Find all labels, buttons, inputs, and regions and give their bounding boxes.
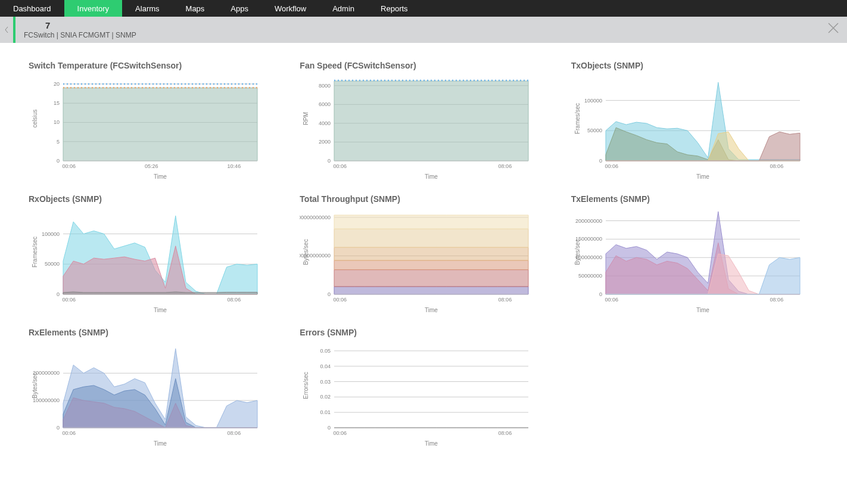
svg-text:08:06: 08:06 xyxy=(499,430,512,436)
svg-text:Time: Time xyxy=(425,173,438,180)
chart-svg: 00.010.020.030.040.0500:0608:06Errors/se… xyxy=(300,341,532,448)
svg-text:08:06: 08:06 xyxy=(770,297,783,303)
chart-rx-objects: RxObjects (SNMP)05000010000000:0608:06Fr… xyxy=(29,194,276,315)
svg-text:15: 15 xyxy=(54,100,60,106)
chart-title-throughput: Total Throughput (SNMP) xyxy=(300,194,547,204)
svg-text:0.03: 0.03 xyxy=(320,379,331,385)
svg-text:08:06: 08:06 xyxy=(228,430,241,436)
svg-text:10: 10 xyxy=(54,119,60,125)
svg-text:50000: 50000 xyxy=(587,127,602,133)
series-temp xyxy=(63,88,257,161)
svg-text:RPM: RPM xyxy=(303,112,309,125)
svg-text:1000000000000: 1000000000000 xyxy=(300,214,331,220)
svg-text:00:06: 00:06 xyxy=(605,297,618,303)
breadcrumb-path: FCSwitch | SNIA FCMGMT | SNMP xyxy=(24,31,136,39)
series-s3 xyxy=(63,292,257,294)
chart-errors: Errors (SNMP)00.010.020.030.040.0500:060… xyxy=(300,328,547,448)
series-l4 xyxy=(334,247,528,260)
svg-text:Time: Time xyxy=(154,173,167,180)
svg-text:0: 0 xyxy=(599,291,602,297)
svg-text:Bytes/sec: Bytes/sec xyxy=(574,239,581,265)
svg-text:05:26: 05:26 xyxy=(145,163,158,169)
breadcrumb-count: 7 xyxy=(24,21,136,31)
nav-reports[interactable]: Reports xyxy=(368,0,421,17)
svg-text:Bytes/sec: Bytes/sec xyxy=(32,372,38,398)
svg-text:Time: Time xyxy=(154,440,167,447)
svg-text:2000: 2000 xyxy=(319,139,331,145)
chart-title-tx-objects: TxObjects (SNMP) xyxy=(571,61,818,70)
svg-text:0: 0 xyxy=(599,158,602,164)
series-l2 xyxy=(334,270,528,287)
nav-admin[interactable]: Admin xyxy=(319,0,368,17)
nav-apps[interactable]: Apps xyxy=(217,0,261,17)
svg-text:00:06: 00:06 xyxy=(334,430,347,436)
series-rpm xyxy=(334,81,528,161)
svg-text:00:06: 00:06 xyxy=(605,163,618,169)
chart-svg: 05000000010000000015000000020000000000:0… xyxy=(571,207,804,315)
svg-text:50000: 50000 xyxy=(45,261,60,267)
svg-text:0: 0 xyxy=(57,158,60,164)
chart-throughput: Total Throughput (SNMP)05000000000001000… xyxy=(300,194,547,315)
svg-text:0.02: 0.02 xyxy=(320,394,331,400)
chart-title-tx-elements: TxElements (SNMP) xyxy=(571,194,818,204)
chart-rx-elements: RxElements (SNMP)010000000020000000000:0… xyxy=(29,328,276,448)
svg-text:0: 0 xyxy=(57,425,60,431)
svg-text:8000: 8000 xyxy=(319,83,331,89)
nav-maps[interactable]: Maps xyxy=(173,0,218,17)
chart-title-rx-elements: RxElements (SNMP) xyxy=(29,328,276,337)
svg-text:4000: 4000 xyxy=(319,120,331,126)
svg-text:00:06: 00:06 xyxy=(63,163,76,169)
svg-text:20: 20 xyxy=(54,81,60,87)
svg-text:6000: 6000 xyxy=(319,101,331,107)
nav-dashboard[interactable]: Dashboard xyxy=(0,0,64,17)
chart-svg: 010000000020000000000:0608:06Bytes/secTi… xyxy=(29,341,261,448)
nav-workflow[interactable]: Workflow xyxy=(261,0,319,17)
svg-text:00:06: 00:06 xyxy=(63,430,76,436)
svg-text:0.05: 0.05 xyxy=(320,348,331,354)
series-l3 xyxy=(334,260,528,269)
chart-tx-elements: TxElements (SNMP)05000000010000000015000… xyxy=(571,194,818,315)
svg-text:Bytes/sec: Bytes/sec xyxy=(303,239,309,265)
svg-text:0: 0 xyxy=(328,158,331,164)
svg-text:100000: 100000 xyxy=(42,231,60,237)
chart-grid: Switch Temperature (FCSwitchSensor)05101… xyxy=(0,43,847,460)
svg-text:0.01: 0.01 xyxy=(320,409,331,415)
chart-switch-temp: Switch Temperature (FCSwitchSensor)05101… xyxy=(29,61,276,181)
svg-text:Time: Time xyxy=(425,307,438,313)
chart-svg: 05000010000000:0608:06Frames/secTime xyxy=(571,74,804,181)
nav-alarms[interactable]: Alarms xyxy=(122,0,172,17)
series-l6 xyxy=(334,215,528,229)
svg-text:10:46: 10:46 xyxy=(228,163,241,169)
svg-text:5: 5 xyxy=(57,139,60,145)
svg-text:0: 0 xyxy=(328,425,331,431)
chart-svg: 05000010000000:0608:06Frames/secTime xyxy=(29,207,261,315)
chart-title-errors: Errors (SNMP) xyxy=(300,328,547,337)
chart-title-fan-speed: Fan Speed (FCSwitchSensor) xyxy=(300,61,547,70)
svg-text:08:06: 08:06 xyxy=(499,297,512,303)
collapse-handle[interactable] xyxy=(0,27,13,33)
chart-fan-speed: Fan Speed (FCSwitchSensor)02000400060008… xyxy=(300,61,547,181)
svg-text:08:06: 08:06 xyxy=(499,163,512,169)
chart-svg: 0200040006000800000:0608:06RPMTime xyxy=(300,74,532,181)
svg-text:08:06: 08:06 xyxy=(228,297,241,303)
svg-text:08:06: 08:06 xyxy=(770,163,783,169)
nav-inventory[interactable]: Inventory xyxy=(64,0,122,17)
svg-text:00:06: 00:06 xyxy=(334,297,347,303)
series-l5 xyxy=(334,229,528,247)
svg-text:100000: 100000 xyxy=(584,98,602,104)
svg-text:0.04: 0.04 xyxy=(320,363,331,369)
chart-title-rx-objects: RxObjects (SNMP) xyxy=(29,194,276,204)
breadcrumb-bar: 7 FCSwitch | SNIA FCMGMT | SNMP xyxy=(0,17,847,43)
svg-text:50000000: 50000000 xyxy=(578,273,602,279)
svg-text:200000000: 200000000 xyxy=(575,218,602,224)
svg-text:00:06: 00:06 xyxy=(63,297,76,303)
svg-text:Time: Time xyxy=(696,173,709,180)
svg-text:00:06: 00:06 xyxy=(334,163,347,169)
svg-text:Frames/sec: Frames/sec xyxy=(32,237,38,267)
close-icon[interactable] xyxy=(827,21,840,38)
chart-tx-objects: TxObjects (SNMP)05000010000000:0608:06Fr… xyxy=(571,61,818,181)
series-l1 xyxy=(334,287,528,294)
chart-title-switch-temp: Switch Temperature (FCSwitchSensor) xyxy=(29,61,276,70)
svg-text:0: 0 xyxy=(57,291,60,297)
chart-svg: 0500000000000100000000000000:0608:06Byte… xyxy=(300,207,532,315)
